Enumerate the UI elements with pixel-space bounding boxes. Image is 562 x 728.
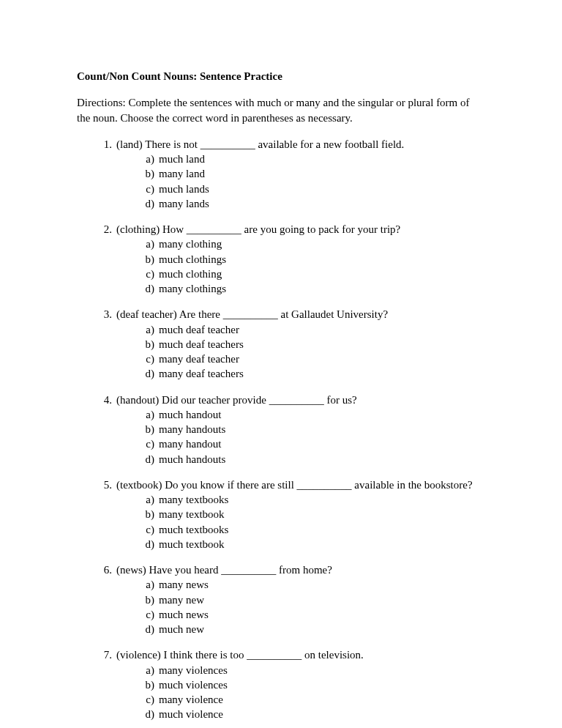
option-letter: c) bbox=[141, 182, 154, 196]
question-number: 4. bbox=[97, 393, 112, 407]
question-number: 2. bbox=[97, 222, 112, 237]
option-text: much clothings bbox=[159, 252, 226, 267]
option-text: many violences bbox=[159, 663, 228, 677]
option-text: many textbook bbox=[159, 507, 225, 521]
option-item: a)many clothing bbox=[141, 237, 485, 251]
option-item: d)many lands bbox=[141, 196, 485, 211]
option-item: a)much handout bbox=[141, 407, 485, 422]
question-item: 4.(handout) Did our teacher provide ____… bbox=[97, 393, 485, 467]
questions-list: 1.(land) There is not __________ availab… bbox=[77, 137, 485, 722]
option-letter: a) bbox=[141, 577, 154, 592]
option-text: many lands bbox=[159, 196, 209, 211]
option-letter: c) bbox=[141, 437, 154, 451]
directions-text: Directions: Complete the sentences with … bbox=[77, 95, 485, 125]
option-letter: d) bbox=[141, 707, 154, 721]
option-item: d)much handouts bbox=[141, 452, 485, 467]
question-row: 7.(violence) I think there is too ______… bbox=[97, 647, 485, 662]
options-list: a)much landb)many landc)much landsd)many… bbox=[97, 152, 485, 211]
option-letter: d) bbox=[141, 281, 154, 296]
option-letter: c) bbox=[141, 692, 154, 707]
question-row: 4.(handout) Did our teacher provide ____… bbox=[97, 393, 485, 407]
option-item: c)many deaf teacher bbox=[141, 352, 485, 366]
option-item: b)many textbook bbox=[141, 507, 485, 521]
option-text: many deaf teachers bbox=[159, 366, 244, 381]
option-item: c)much lands bbox=[141, 182, 485, 196]
options-list: a)many clothingb)much clothingsc)much cl… bbox=[97, 237, 485, 296]
option-text: much violence bbox=[159, 707, 223, 721]
option-text: much violences bbox=[159, 677, 228, 692]
option-letter: b) bbox=[141, 507, 154, 521]
question-number: 5. bbox=[97, 478, 112, 492]
option-text: much deaf teacher bbox=[159, 322, 239, 337]
options-list: a)much handoutb)many handoutsc)many hand… bbox=[97, 407, 485, 467]
option-item: d)much new bbox=[141, 622, 485, 636]
option-text: many handouts bbox=[159, 422, 225, 437]
option-letter: b) bbox=[141, 252, 154, 267]
option-letter: a) bbox=[141, 152, 154, 166]
option-text: much handout bbox=[159, 407, 221, 422]
option-letter: c) bbox=[141, 267, 154, 281]
option-letter: a) bbox=[141, 663, 154, 677]
option-item: d)many clothings bbox=[141, 281, 485, 296]
option-item: d)much textbook bbox=[141, 537, 485, 551]
option-item: c)many handout bbox=[141, 437, 485, 451]
question-row: 3.(deaf teacher) Are there __________ at… bbox=[97, 307, 485, 322]
option-letter: b) bbox=[141, 166, 154, 181]
options-list: a)many newsb)many newc)much newsd)much n… bbox=[97, 577, 485, 636]
option-letter: d) bbox=[141, 537, 154, 551]
option-text: many land bbox=[159, 166, 205, 181]
option-letter: d) bbox=[141, 452, 154, 467]
option-text: much handouts bbox=[159, 452, 225, 467]
option-letter: a) bbox=[141, 407, 154, 422]
option-text: much news bbox=[159, 607, 209, 622]
option-item: b)many new bbox=[141, 593, 485, 607]
question-text: (clothing) How __________ are you going … bbox=[116, 222, 400, 237]
option-item: d)much violence bbox=[141, 707, 485, 721]
option-item: c)much news bbox=[141, 607, 485, 622]
question-text: (news) Have you heard __________ from ho… bbox=[116, 562, 332, 577]
options-list: a)many violencesb)much violencesc)many v… bbox=[97, 663, 485, 722]
option-text: many deaf teacher bbox=[159, 352, 239, 366]
option-text: many textbooks bbox=[159, 492, 228, 507]
question-text: (handout) Did our teacher provide ______… bbox=[116, 393, 357, 407]
option-letter: b) bbox=[141, 337, 154, 352]
option-item: b)many land bbox=[141, 166, 485, 181]
option-text: much land bbox=[159, 152, 205, 166]
option-item: c)much clothing bbox=[141, 267, 485, 281]
option-text: many clothings bbox=[159, 281, 226, 296]
question-text: (violence) I think there is too ________… bbox=[116, 647, 364, 662]
worksheet-title: Count/Non Count Nouns: Sentence Practice bbox=[77, 69, 485, 83]
question-item: 2.(clothing) How __________ are you goin… bbox=[97, 222, 485, 296]
option-item: c)many violence bbox=[141, 692, 485, 707]
option-item: a)many news bbox=[141, 577, 485, 592]
option-letter: a) bbox=[141, 492, 154, 507]
option-text: many handout bbox=[159, 437, 221, 451]
option-letter: c) bbox=[141, 352, 154, 366]
option-item: d)many deaf teachers bbox=[141, 366, 485, 381]
question-item: 7.(violence) I think there is too ______… bbox=[97, 647, 485, 721]
options-list: a)much deaf teacherb)much deaf teachersc… bbox=[97, 322, 485, 382]
option-item: a)many textbooks bbox=[141, 492, 485, 507]
option-text: much textbook bbox=[159, 537, 225, 551]
option-letter: b) bbox=[141, 422, 154, 437]
question-item: 5.(textbook) Do you know if there are st… bbox=[97, 478, 485, 551]
question-number: 3. bbox=[97, 307, 112, 322]
question-item: 3.(deaf teacher) Are there __________ at… bbox=[97, 307, 485, 381]
question-item: 1.(land) There is not __________ availab… bbox=[97, 137, 485, 211]
question-number: 6. bbox=[97, 562, 112, 577]
option-item: b)much violences bbox=[141, 677, 485, 692]
option-text: many violence bbox=[159, 692, 223, 707]
options-list: a)many textbooksb)many textbookc)much te… bbox=[97, 492, 485, 551]
question-row: 1.(land) There is not __________ availab… bbox=[97, 137, 485, 152]
option-item: b)much clothings bbox=[141, 252, 485, 267]
option-letter: c) bbox=[141, 522, 154, 537]
question-row: 5.(textbook) Do you know if there are st… bbox=[97, 478, 485, 492]
question-row: 6.(news) Have you heard __________ from … bbox=[97, 562, 485, 577]
question-text: (land) There is not __________ available… bbox=[116, 137, 404, 152]
option-letter: a) bbox=[141, 322, 154, 337]
question-number: 1. bbox=[97, 137, 112, 152]
question-text: (deaf teacher) Are there __________ at G… bbox=[116, 307, 388, 322]
option-text: much new bbox=[159, 622, 204, 636]
question-number: 7. bbox=[97, 647, 112, 662]
option-item: c)much textbooks bbox=[141, 522, 485, 537]
